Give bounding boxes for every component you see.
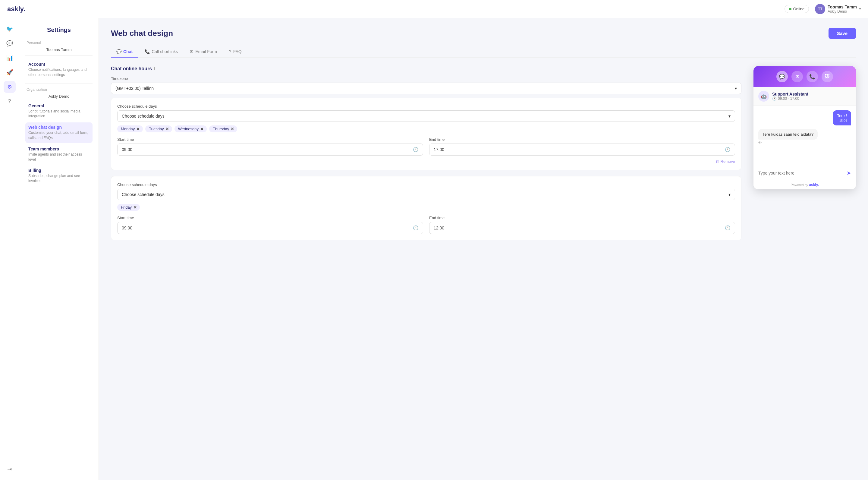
nav-item-team[interactable]: Team members Invite agents and set their…: [25, 144, 93, 164]
nav-item-billing[interactable]: Billing Subscribe, change plan and see i…: [25, 166, 93, 186]
preview-tab-call[interactable]: 📞: [807, 71, 818, 82]
chat-preview-tabs: 💬 ✉ 📞 🖼: [758, 71, 851, 82]
day-thursday-label: Thursday: [213, 127, 229, 131]
nav-item-general[interactable]: General Script, tutorials and social med…: [25, 101, 93, 121]
page-header: Web chat design Save: [111, 28, 856, 39]
nav-item-account-sub: Choose notifications, languages and othe…: [28, 67, 90, 78]
chat-input[interactable]: [758, 171, 844, 176]
agent-hours: 🕐 09:00 - 17:00: [772, 96, 808, 101]
chat-preview-header: 💬 ✉ 📞 🖼: [753, 66, 856, 87]
day-friday-label: Friday: [121, 205, 132, 210]
clock-icon-s2-start: 🕐: [413, 225, 418, 231]
schedule1-end-input[interactable]: 17:00 🕐: [429, 144, 735, 156]
message-left-1: Tere kuidas saan teid aidata? 👁: [758, 129, 851, 144]
bubble-right-1: Tere ! 15:04: [833, 110, 851, 125]
tab-call-icon: 📞: [145, 49, 150, 54]
tab-faq[interactable]: ? FAQ: [224, 46, 247, 58]
schedule1-start-input[interactable]: 09:00 🕐: [117, 144, 423, 156]
status-badge[interactable]: Online: [784, 5, 809, 13]
tab-call-shortlinks[interactable]: 📞 Call shortlinks: [139, 46, 183, 58]
sidebar-icon-logout[interactable]: ⇥: [4, 463, 16, 475]
schedule1-remove-button[interactable]: 🗑 Remove: [715, 159, 735, 164]
day-tag-friday: Friday ✕: [117, 204, 140, 211]
main-content: Web chat design Save 💬 Chat 📞 Call short…: [99, 18, 868, 480]
schedule2-start-input[interactable]: 09:00 🕐: [117, 222, 423, 234]
powered-by: Powered by askly.: [753, 180, 856, 189]
avatar: TT: [815, 4, 825, 14]
schedule1-time-row: Start time 09:00 🕐 End time 17:00 🕐: [117, 137, 735, 156]
divider-org: [25, 84, 93, 84]
app-logo: askly.: [7, 5, 25, 13]
day-tag-tuesday: Tuesday ✕: [145, 125, 172, 132]
sidebar-icon-chat[interactable]: 🐦: [4, 23, 16, 35]
day-thursday-remove[interactable]: ✕: [230, 127, 234, 131]
page-title: Web chat design: [111, 29, 173, 38]
day-wednesday-remove[interactable]: ✕: [200, 127, 204, 131]
user-menu[interactable]: TT Toomas Tamm Askly Demo ▾: [815, 4, 861, 14]
schedule2-end-input[interactable]: 12:00 🕐: [429, 222, 735, 234]
sidebar-icon-analytics[interactable]: 📊: [4, 52, 16, 64]
send-button[interactable]: ➤: [846, 170, 851, 176]
nav-item-general-sub: Script, tutorials and social media integ…: [28, 109, 90, 119]
clock-icon-s1-start: 🕐: [413, 147, 418, 152]
schedule1-choose-label: Choose schedule days: [117, 104, 735, 109]
top-navigation: askly. Online TT Toomas Tamm Askly Demo …: [0, 0, 868, 18]
schedule2-start-value: 09:00: [122, 226, 132, 230]
trash-icon: 🗑: [715, 159, 719, 164]
schedule1-remove-row: 🗑 Remove: [117, 159, 735, 164]
timezone-select[interactable]: (GMT+02:00) Tallinn ▾: [111, 83, 741, 94]
tab-chat[interactable]: 💬 Chat: [111, 46, 138, 58]
settings-form: Chat online hours ℹ Timezone (GMT+02:00)…: [111, 66, 741, 246]
settings-sidebar: Settings Personal Toomas Tamm Account Ch…: [19, 18, 99, 480]
chevron-down-icon: ▾: [859, 7, 861, 10]
day-monday-remove[interactable]: ✕: [136, 127, 140, 131]
chevron-down-icon: ▾: [735, 86, 737, 91]
schedule2-end-group: End time 12:00 🕐: [429, 216, 735, 234]
sidebar-icon-help[interactable]: ?: [4, 95, 16, 107]
schedule1-placeholder: Choose schedule days: [122, 114, 164, 119]
sidebar-icon-messages[interactable]: 💬: [4, 37, 16, 50]
day-tuesday-remove[interactable]: ✕: [165, 127, 169, 131]
chat-agent-info: 🤖 Support Assistant 🕐 09:00 - 17:00: [753, 87, 856, 106]
nav-item-billing-title: Billing: [28, 168, 90, 173]
schedule2-time-row: Start time 09:00 🕐 End time 12:00 🕐: [117, 216, 735, 234]
nav-item-webchat-sub: Customise your chat, add email form, cal…: [28, 130, 90, 141]
preview-tab-email[interactable]: ✉: [792, 71, 803, 82]
bubble-right-time: 15:04: [837, 119, 847, 122]
schedule2-days-row: Friday ✕: [117, 204, 735, 211]
schedule1-end-value: 17:00: [434, 147, 444, 152]
hours-heading-text: Chat online hours: [111, 66, 152, 71]
tab-email-form[interactable]: ✉ Email Form: [184, 46, 222, 58]
bubble-seen-icon: 👁: [758, 141, 851, 144]
message-right-1: Tere ! 15:04: [758, 110, 851, 125]
tab-faq-label: FAQ: [233, 49, 242, 54]
sidebar-icon-campaigns[interactable]: 🚀: [4, 66, 16, 79]
nav-item-webchat[interactable]: Web chat design Customise your chat, add…: [25, 122, 93, 143]
preview-tab-gallery[interactable]: 🖼: [822, 71, 833, 82]
nav-item-webchat-title: Web chat design: [28, 125, 90, 130]
org-section-label: Organization: [25, 87, 93, 92]
org-name: Askly Demo: [25, 94, 93, 98]
nav-item-account[interactable]: Account Choose notifications, languages …: [25, 59, 93, 80]
schedule2-end-label: End time: [429, 216, 735, 220]
icon-sidebar: 🐦 💬 📊 🚀 ⚙ ? ⇥: [0, 18, 19, 480]
timezone-label: Timezone: [111, 76, 741, 81]
clock-icon-s1-end: 🕐: [725, 147, 731, 152]
schedule2-start-group: Start time 09:00 🕐: [117, 216, 423, 234]
chat-preview-widget: 💬 ✉ 📞 🖼 🤖 Support Assistant 🕐 0: [753, 66, 856, 189]
tab-call-label: Call shortlinks: [152, 49, 178, 54]
bubble-left-text: Tere kuidas saan teid aidata?: [763, 132, 813, 137]
preview-tab-chat[interactable]: 💬: [776, 71, 788, 82]
save-button[interactable]: Save: [829, 28, 856, 39]
chat-messages-area: Tere ! 15:04 Tere kuidas saan teid aidat…: [753, 106, 856, 166]
day-monday-label: Monday: [121, 127, 135, 131]
schedule1-end-label: End time: [429, 137, 735, 142]
schedule1-start-label: Start time: [117, 137, 423, 142]
day-friday-remove[interactable]: ✕: [133, 205, 137, 210]
schedule1-days-select[interactable]: Choose schedule days ▾: [117, 110, 735, 122]
chat-input-row: ➤: [753, 166, 856, 180]
schedule1-start-group: Start time 09:00 🕐: [117, 137, 423, 156]
schedule2-days-select[interactable]: Choose schedule days ▾: [117, 189, 735, 200]
sidebar-icon-settings[interactable]: ⚙: [4, 81, 16, 93]
schedule-block-2: Choose schedule days Choose schedule day…: [111, 176, 741, 240]
